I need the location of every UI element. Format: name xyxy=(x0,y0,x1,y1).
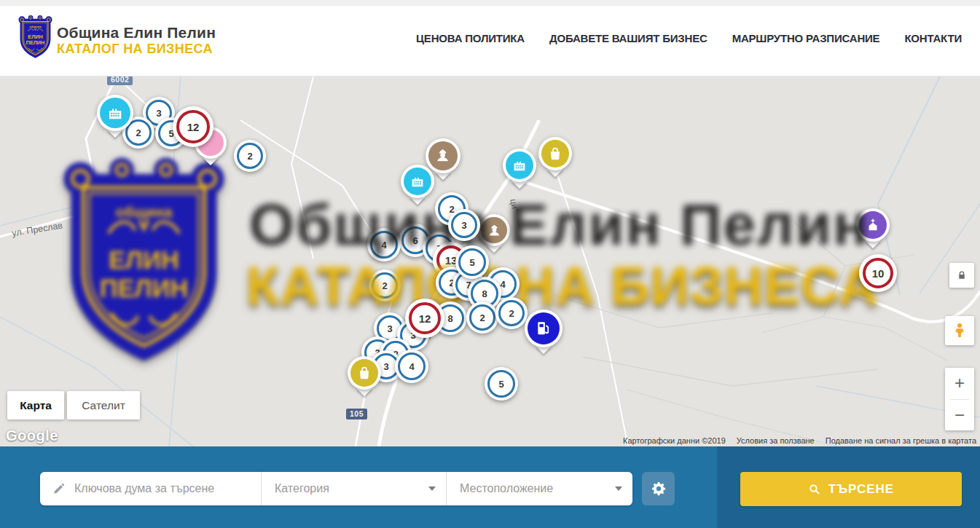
cluster-count: 2 xyxy=(479,312,485,323)
factory-pin[interactable] xyxy=(503,149,536,182)
search-input-group: Категория Местоположение xyxy=(40,472,632,505)
cluster-marker[interactable]: 2 xyxy=(495,297,528,329)
nav-item-pricing[interactable]: ЦЕНОВА ПОЛИТИКА xyxy=(416,32,525,44)
cluster-count: 2 xyxy=(509,308,514,319)
search-icon xyxy=(808,483,821,496)
pin-icon-circle xyxy=(528,312,560,344)
cluster-marker[interactable]: 5 xyxy=(455,245,489,279)
watermark-crest: община ЕЛИН ПЕЛИН xyxy=(62,157,226,366)
factory-icon xyxy=(106,104,124,122)
lock-button[interactable] xyxy=(949,263,974,288)
pin-icon-circle xyxy=(350,359,378,387)
cluster-marker[interactable]: 4 xyxy=(395,350,428,383)
cluster-marker[interactable]: 2 xyxy=(234,140,266,172)
map-canvas[interactable]: 6002 105 ул. Преслав бул. „Новосел ци“ 3… xyxy=(0,76,980,446)
pin-icon-circle xyxy=(100,98,130,128)
map-type-satellite-button[interactable]: Сателит xyxy=(67,391,140,419)
pegman-icon xyxy=(951,322,968,339)
nav-item-contacts[interactable]: КОНТАКТИ xyxy=(904,32,962,44)
cluster-count: 3 xyxy=(156,108,161,119)
cluster-count: 8 xyxy=(447,313,452,324)
cluster-marker[interactable]: 2 xyxy=(466,302,498,334)
pin-head xyxy=(525,310,562,347)
cluster-count: 12 xyxy=(419,312,431,325)
advanced-settings-button[interactable] xyxy=(642,472,675,505)
worker-icon xyxy=(434,147,451,164)
location-dropdown[interactable]: Местоположение xyxy=(446,472,632,505)
watermark-crest-line1: ЕЛИН xyxy=(109,246,179,274)
lock-icon xyxy=(956,269,968,281)
pencil-icon xyxy=(52,482,66,496)
header: община ЕЛИН ПЕЛИН Община Елин Пелин КАТА… xyxy=(0,0,980,76)
chevron-down-icon xyxy=(615,486,622,491)
cluster-marker[interactable]: 12 xyxy=(173,106,213,147)
pin-icon-circle xyxy=(404,168,431,195)
attribution-terms-link[interactable]: Условия за ползване xyxy=(737,436,815,445)
category-dropdown[interactable]: Категория xyxy=(261,472,446,505)
bag-pin[interactable] xyxy=(538,137,572,170)
bag-pin[interactable] xyxy=(348,356,381,390)
shopping-bag-icon xyxy=(547,146,563,162)
municipality-crest-logo[interactable]: община ЕЛИН ПЕЛИН xyxy=(18,15,52,60)
cluster-marker[interactable]: 5 xyxy=(485,367,518,401)
fuel-pump-icon xyxy=(534,319,553,338)
brand-title: Община Елин Пелин xyxy=(57,24,216,42)
category-dropdown-label: Категория xyxy=(275,482,329,495)
brand-block[interactable]: Община Елин Пелин КАТАЛОГ НА БИЗНЕСА xyxy=(57,24,216,57)
crest-text-line2: ПЕЛИН xyxy=(26,39,45,46)
crest-text-line1: ЕЛИН xyxy=(28,34,42,40)
cluster-count: 3 xyxy=(461,220,466,231)
shopping-bag-icon xyxy=(356,365,372,381)
cluster-count: 2 xyxy=(247,151,252,162)
zoom-out-button[interactable]: − xyxy=(945,399,974,430)
search-bar: Категория Местоположение ТЪРСЕНЕ xyxy=(0,446,980,528)
watermark-subtitle: КАТАЛОГ НА БИЗНЕСА xyxy=(246,255,873,317)
watermark-title: Община Елин Пелин xyxy=(240,192,878,259)
cluster-count: 8 xyxy=(482,288,487,299)
chevron-down-icon xyxy=(428,486,436,491)
factory-pin[interactable] xyxy=(97,95,133,131)
cluster-marker[interactable]: 12 xyxy=(405,299,444,338)
brand-subtitle: КАТАЛОГ НА БИЗНЕСА xyxy=(57,42,216,57)
attribution-report-link[interactable]: Подаване на сигнал за грешка в картата xyxy=(826,436,976,445)
cluster-count: 5 xyxy=(498,379,503,390)
cluster-count: 2 xyxy=(136,127,141,138)
cluster-count: 10 xyxy=(872,267,885,280)
pin-icon-circle xyxy=(541,140,569,168)
search-button-label: ТЪРСЕНЕ xyxy=(828,482,894,497)
pin-icon-circle xyxy=(506,151,533,179)
keyword-input[interactable] xyxy=(74,482,249,495)
cluster-count: 4 xyxy=(409,361,414,372)
gear-icon xyxy=(650,480,667,497)
attribution-copyright: Картографски данни ©2019 xyxy=(623,436,726,445)
cluster-count: 12 xyxy=(187,121,200,133)
keyword-segment[interactable] xyxy=(40,472,261,505)
crest-text-top: община xyxy=(29,25,42,28)
map-type-map-button[interactable]: Карта xyxy=(7,391,64,419)
map-attribution: Картографски данни ©2019 Условия за полз… xyxy=(623,436,976,445)
nav-item-add-business[interactable]: ДОБАВЕТЕ ВАШИЯТ БИЗНЕС xyxy=(549,32,707,44)
cluster-count: 3 xyxy=(383,361,388,372)
cluster-count: 3 xyxy=(387,323,392,334)
search-submit-button[interactable]: ТЪРСЕНЕ xyxy=(740,472,962,506)
nav-item-route-schedule[interactable]: МАРШРУТНО РАЗПИСАНИЕ xyxy=(732,32,880,44)
factory-pin[interactable] xyxy=(401,165,434,198)
watermark-crest-text-top: община xyxy=(116,204,173,220)
location-dropdown-label: Местоположение xyxy=(460,482,553,495)
cluster-marker[interactable]: 10 xyxy=(859,254,897,292)
main-nav: ЦЕНОВА ПОЛИТИКА ДОБАВЕТЕ ВАШИЯТ БИЗНЕС М… xyxy=(416,0,962,76)
pin-head xyxy=(503,149,536,182)
fuel-pin[interactable] xyxy=(525,310,562,347)
zoom-control: + − xyxy=(945,368,974,430)
watermark-crest-line2: ПЕЛИН xyxy=(100,275,189,302)
factory-icon xyxy=(511,157,528,173)
zoom-in-button[interactable]: + xyxy=(945,368,974,399)
cluster-count: 5 xyxy=(469,257,474,268)
pin-head xyxy=(538,137,572,170)
cluster-count: 4 xyxy=(500,279,505,290)
pin-head xyxy=(97,95,133,131)
cluster-marker[interactable]: 3 xyxy=(448,209,480,241)
pin-head xyxy=(348,356,381,390)
google-logo[interactable]: Google xyxy=(6,427,58,444)
street-view-pegman[interactable] xyxy=(945,316,974,345)
